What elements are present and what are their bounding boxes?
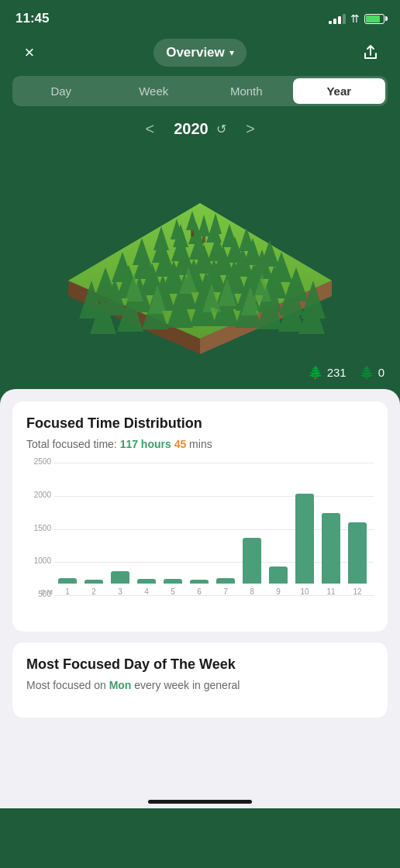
bar-col-11: 11: [318, 463, 344, 596]
bar-7: [216, 578, 235, 584]
most-focused-title: Most Focused Day of The Week: [26, 656, 374, 673]
current-year: 2020: [174, 120, 209, 138]
next-year-button[interactable]: >: [239, 120, 262, 138]
bar-1: [58, 578, 77, 584]
year-display: 2020 ↺: [174, 120, 226, 138]
bar-5: [164, 579, 182, 584]
bar-label-6: 6: [197, 587, 202, 596]
bar-col-3: 3: [107, 463, 133, 596]
svg-rect-63: [202, 236, 205, 243]
alive-count: 231: [327, 366, 347, 379]
cards-container: Focused Time Distribution Total focused …: [0, 389, 400, 792]
mins-value: 45: [174, 438, 187, 450]
bar-col-12: 12: [344, 463, 371, 596]
bar-label-12: 12: [353, 587, 361, 596]
bar-col-1: 1: [54, 463, 81, 596]
period-tabs: Day Week Month Year: [12, 76, 388, 106]
most-focused-card: Most Focused Day of The Week Most focuse…: [12, 642, 388, 718]
bar-col-6: 6: [186, 463, 212, 596]
bar-col-7: 7: [212, 463, 239, 596]
y-label-1500: 1500: [25, 524, 51, 532]
overview-dropdown[interactable]: Overview ▾: [153, 39, 247, 67]
bar-col-9: 9: [265, 463, 291, 596]
close-button[interactable]: ×: [16, 39, 43, 67]
bars-area: 123456789101112: [54, 463, 371, 596]
hours-value: 117: [120, 438, 138, 450]
status-icons: ⇈: [329, 12, 384, 25]
focused-time-title: Focused Time Distribution: [26, 415, 374, 432]
tree-count: 🌲 231: [308, 365, 347, 380]
bar-label-4: 4: [144, 587, 149, 596]
most-focused-prefix: Most focused on: [26, 679, 109, 691]
tab-week[interactable]: Week: [108, 78, 201, 104]
tab-month[interactable]: Month: [200, 78, 293, 104]
focused-time-subtitle: Total focused time: 117 hours 45 mins: [26, 438, 374, 450]
bar-label-7: 7: [223, 587, 228, 596]
y-label-0: 0 M: [26, 588, 53, 596]
bar-6: [190, 580, 209, 584]
bar-label-8: 8: [250, 587, 254, 596]
bar-col-5: 5: [160, 463, 186, 596]
top-nav: × Overview ▾: [0, 33, 400, 76]
focused-time-card: Focused Time Distribution Total focused …: [12, 401, 388, 632]
bar-col-4: 4: [133, 463, 160, 596]
bar-8: [243, 538, 261, 584]
y-label-1000: 1000: [25, 556, 51, 565]
prev-year-button[interactable]: <: [138, 120, 161, 138]
forest-illustration: [22, 153, 378, 385]
mins-label: mins: [186, 438, 212, 450]
bar-col-2: 2: [81, 463, 107, 596]
status-bar: 11:45 ⇈: [0, 0, 400, 33]
close-icon: ×: [25, 44, 35, 61]
bar-11: [322, 513, 340, 584]
signal-icon: [329, 14, 346, 24]
bar-chart: 2500 2000 1500 1000 500 0 M 123456789101…: [26, 463, 374, 618]
bar-9: [269, 567, 288, 584]
year-nav: < 2020 ↺ >: [0, 115, 400, 149]
share-button[interactable]: [357, 39, 384, 67]
nav-title: Overview: [166, 45, 225, 60]
tree-alive-icon: 🌲: [308, 365, 323, 380]
dead-tree-count: 0: [378, 366, 384, 379]
reset-icon[interactable]: ↺: [216, 122, 226, 136]
bar-label-1: 1: [65, 587, 70, 596]
bar-10: [295, 494, 314, 584]
bar-col-10: 10: [291, 463, 318, 596]
bar-3: [111, 571, 129, 584]
share-icon: [362, 44, 379, 61]
most-focused-subtitle: Most focused on Mon every week in genera…: [26, 679, 374, 691]
tab-year[interactable]: Year: [293, 78, 386, 104]
stats-overlay: 🌲 231 🌲 0: [308, 365, 384, 380]
bar-col-8: 8: [239, 463, 265, 596]
most-focused-day: Mon: [109, 679, 132, 691]
bar-4: [137, 579, 156, 584]
bar-label-2: 2: [91, 587, 96, 596]
svg-rect-62: [191, 230, 194, 236]
y-label-2000: 2000: [25, 491, 51, 499]
tree-dead-icon: 🌲: [359, 365, 374, 380]
forest-scene: 🌲 231 🌲 0: [0, 149, 400, 389]
bar-label-11: 11: [326, 587, 335, 596]
subtitle-prefix: Total focused time:: [26, 438, 120, 450]
battery-icon: [364, 14, 384, 24]
y-label-2500: 2500: [25, 457, 51, 466]
chevron-down-icon: ▾: [229, 47, 234, 58]
wifi-icon: ⇈: [350, 12, 360, 25]
tab-day[interactable]: Day: [15, 78, 108, 104]
bar-2: [84, 580, 103, 584]
status-time: 11:45: [16, 11, 49, 26]
bar-label-3: 3: [118, 587, 122, 596]
dead-count: 🌲 0: [359, 365, 384, 380]
bar-label-5: 5: [171, 587, 175, 596]
most-focused-suffix: every week in general: [131, 679, 240, 691]
hours-label: hours: [138, 438, 174, 450]
bar-label-9: 9: [276, 587, 281, 596]
home-indicator: [0, 792, 400, 808]
bar-label-10: 10: [300, 587, 309, 596]
home-bar: [148, 800, 252, 804]
bar-12: [348, 522, 367, 584]
